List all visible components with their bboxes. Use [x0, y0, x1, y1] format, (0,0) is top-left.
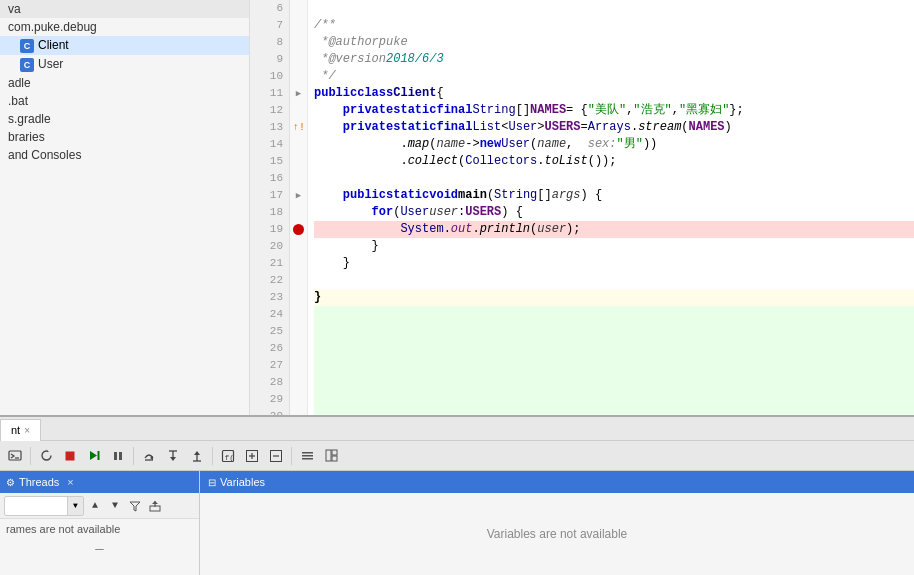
layout-btn[interactable]	[320, 445, 342, 467]
svg-rect-7	[119, 452, 122, 460]
export-btn[interactable]	[146, 497, 164, 515]
more-btn-1[interactable]	[241, 445, 263, 467]
svg-marker-4	[90, 451, 97, 460]
svg-marker-29	[130, 502, 140, 511]
line-numbers: 6 7 8 9 10 11 12 13 14 15 16 17 18 19 20…	[250, 0, 290, 415]
code-line-6	[314, 0, 914, 17]
tab-nt[interactable]: nt ×	[0, 419, 41, 441]
tab-nt-label: nt	[11, 424, 20, 436]
code-line-8: * @author puke	[314, 34, 914, 51]
sidebar-item-bat[interactable]: .bat	[0, 92, 249, 110]
rerun-btn[interactable]	[35, 445, 57, 467]
sidebar-item-user[interactable]: CUser	[0, 55, 249, 74]
pause-btn[interactable]	[107, 445, 129, 467]
code-line-28	[314, 374, 914, 391]
code-line-27	[314, 357, 914, 374]
scroll-up-btn[interactable]: ▲	[86, 497, 104, 515]
bottom-panel: nt ×	[0, 415, 914, 575]
resume-btn[interactable]	[83, 445, 105, 467]
breakpoint-dot	[293, 224, 304, 235]
code-line-11: public class Client {	[314, 85, 914, 102]
variables-panel: ⊟ Variables Variables are not available	[200, 471, 914, 575]
code-line-25	[314, 323, 914, 340]
svg-rect-25	[302, 458, 313, 460]
svg-text:f(): f()	[225, 452, 236, 461]
code-line-21: }	[314, 255, 914, 272]
app-container: va com.puke.debug CClient CUser adle .ba…	[0, 0, 914, 575]
debug-toolbar: f()	[0, 441, 914, 471]
svg-rect-27	[332, 450, 337, 455]
code-lines[interactable]: /** * @author puke * @version 2018/6/3 *…	[308, 0, 914, 415]
code-content: 6 7 8 9 10 11 12 13 14 15 16 17 18 19 20…	[250, 0, 914, 415]
svg-rect-5	[97, 451, 99, 460]
toolbar-sep-3	[212, 447, 213, 465]
stop-btn[interactable]	[59, 445, 81, 467]
toolbar-sep-4	[291, 447, 292, 465]
code-line-7: /**	[314, 17, 914, 34]
code-line-14: .map(name -> new User(name, sex: "男"))	[314, 136, 914, 153]
threads-label: Threads	[19, 476, 59, 488]
code-line-26	[314, 340, 914, 357]
svg-rect-24	[302, 455, 313, 457]
more-btn-2[interactable]	[265, 445, 287, 467]
chevron-down-icon: ▼	[73, 501, 78, 510]
svg-marker-11	[170, 457, 176, 461]
editor-area: va com.puke.debug CClient CUser adle .ba…	[0, 0, 914, 415]
sidebar-item-client[interactable]: CClient	[0, 36, 249, 55]
code-line-13: private static final List<User> USERS = …	[314, 119, 914, 136]
svg-marker-32	[152, 501, 158, 504]
threads-dropdown-arrow[interactable]: ▼	[67, 497, 83, 515]
fold-icon-17[interactable]: ▶	[290, 187, 307, 204]
variables-empty-message: Variables are not available	[487, 527, 628, 541]
threads-dropdown-value	[5, 500, 67, 512]
scroll-indicator: —	[0, 539, 199, 559]
variables-label: Variables	[220, 476, 265, 488]
step-out-btn[interactable]	[186, 445, 208, 467]
variables-header: ⊟ Variables	[200, 471, 914, 493]
sidebar-item-consoles[interactable]: and Consoles	[0, 146, 249, 164]
code-line-29	[314, 391, 914, 408]
svg-rect-26	[326, 450, 331, 461]
sidebar-item-va[interactable]: va	[0, 0, 249, 18]
tab-nt-close[interactable]: ×	[24, 425, 30, 436]
step-into-btn[interactable]	[162, 445, 184, 467]
toolbar-sep-1	[30, 447, 31, 465]
svg-marker-14	[194, 451, 200, 455]
gutter: ▶ ↑! ▶	[290, 0, 308, 415]
code-line-24	[314, 306, 914, 323]
code-line-30	[314, 408, 914, 415]
code-line-17: public static void main(String[] args) {	[314, 187, 914, 204]
svg-rect-28	[332, 456, 337, 461]
code-line-15: .collect(Collectors.toList());	[314, 153, 914, 170]
code-line-9: * @version 2018/6/3	[314, 51, 914, 68]
scroll-down-btn[interactable]: ▼	[106, 497, 124, 515]
code-line-20: }	[314, 238, 914, 255]
fold-icon-11[interactable]: ▶	[290, 85, 307, 102]
code-line-22	[314, 272, 914, 289]
svg-rect-23	[302, 452, 313, 454]
breakpoint-19[interactable]	[290, 221, 307, 238]
evaluate-btn[interactable]: f()	[217, 445, 239, 467]
c-icon-user: C	[20, 58, 34, 72]
threads-icon: ⚙	[6, 477, 15, 488]
code-editor: 6 7 8 9 10 11 12 13 14 15 16 17 18 19 20…	[250, 0, 914, 415]
sidebar-item-adle[interactable]: adle	[0, 74, 249, 92]
up-arrow-icon: ▲	[92, 500, 98, 511]
svg-rect-3	[66, 451, 75, 460]
code-line-12: private static final String[] NAMES = {"…	[314, 102, 914, 119]
sidebar-item-gradle[interactable]: s.gradle	[0, 110, 249, 128]
sidebar-item-package[interactable]: com.puke.debug	[0, 18, 249, 36]
svg-rect-6	[114, 452, 117, 460]
code-line-10: */	[314, 68, 914, 85]
code-line-16	[314, 170, 914, 187]
threads-dropdown[interactable]: ▼	[4, 496, 84, 516]
threads-header: ⚙ Threads ×	[0, 471, 199, 493]
sidebar-item-libraries[interactable]: braries	[0, 128, 249, 146]
console-icon-btn[interactable]	[4, 445, 26, 467]
settings-btn[interactable]	[296, 445, 318, 467]
filter-btn[interactable]	[126, 497, 144, 515]
variables-content: Variables are not available	[200, 493, 914, 575]
panel-content: ⚙ Threads × ▼ ▲	[0, 471, 914, 575]
step-over-btn[interactable]	[138, 445, 160, 467]
threads-close[interactable]: ×	[67, 476, 73, 488]
